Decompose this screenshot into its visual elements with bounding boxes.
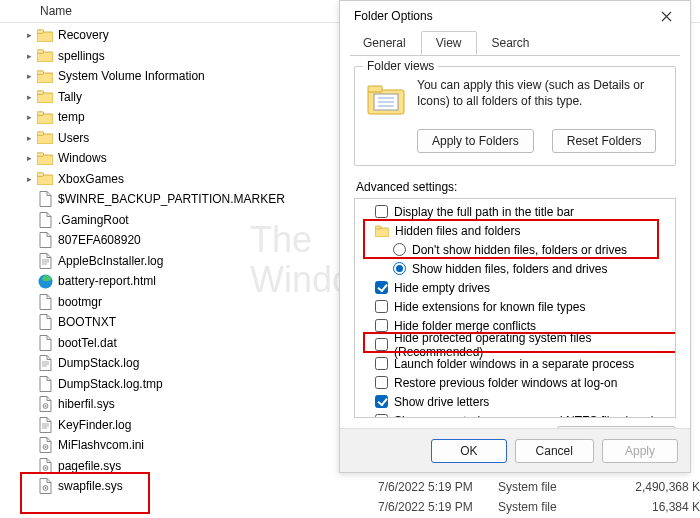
file-name-label: DumpStack.log.tmp bbox=[58, 377, 163, 391]
svg-point-24 bbox=[44, 487, 46, 489]
svg-rect-1 bbox=[37, 30, 44, 34]
opt-restore-prev[interactable]: Restore previous folder windows at log-o… bbox=[359, 373, 671, 392]
dialog-titlebar[interactable]: Folder Options bbox=[340, 1, 690, 31]
file-name-label: .GamingRoot bbox=[58, 213, 129, 227]
file-name-label: temp bbox=[58, 110, 85, 124]
folder-icon bbox=[36, 130, 54, 146]
file-icon bbox=[36, 335, 54, 351]
opt-show-drive-letters[interactable]: Show drive letters bbox=[359, 392, 671, 411]
expander-icon[interactable]: ▸ bbox=[22, 51, 36, 61]
tab-general[interactable]: General bbox=[348, 31, 421, 55]
folder-views-icon bbox=[365, 77, 407, 119]
file-name-label: MiFlashvcom.ini bbox=[58, 438, 144, 452]
folder-views-legend: Folder views bbox=[363, 59, 438, 73]
opt-hide-empty-drives[interactable]: Hide empty drives bbox=[359, 278, 671, 297]
file-name-label: 807EFA608920 bbox=[58, 233, 141, 247]
opt-show-encrypted-colour[interactable]: Show encrypted or compressed NTFS files … bbox=[359, 411, 671, 418]
file-name-label: AppleBcInstaller.log bbox=[58, 254, 163, 268]
file-name-label: Tally bbox=[58, 90, 82, 104]
folder-icon bbox=[36, 68, 54, 84]
dialog-title: Folder Options bbox=[354, 9, 433, 23]
svg-rect-15 bbox=[37, 173, 44, 177]
cancel-button[interactable]: Cancel bbox=[515, 439, 594, 463]
filegear-icon bbox=[36, 458, 54, 474]
file-icon bbox=[36, 232, 54, 248]
file-name-label: hiberfil.sys bbox=[58, 397, 115, 411]
file-name-label: bootmgr bbox=[58, 295, 102, 309]
folder-icon bbox=[36, 48, 54, 64]
opt-show-hidden[interactable]: Show hidden files, folders and drives bbox=[359, 259, 671, 278]
file-name-label: battery-report.html bbox=[58, 274, 156, 288]
file-name-label: spellings bbox=[58, 49, 105, 63]
svg-point-22 bbox=[44, 467, 46, 469]
advanced-settings-label: Advanced settings: bbox=[356, 180, 690, 194]
opt-hide-extensions[interactable]: Hide extensions for known file types bbox=[359, 297, 671, 316]
svg-rect-9 bbox=[37, 112, 44, 116]
opt-launch-separate[interactable]: Launch folder windows in a separate proc… bbox=[359, 354, 671, 373]
opt-dont-show-hidden[interactable]: Don't show hidden files, folders or driv… bbox=[359, 240, 671, 259]
expander-icon[interactable]: ▸ bbox=[22, 174, 36, 184]
file-icon bbox=[36, 294, 54, 310]
filegear-icon bbox=[36, 396, 54, 412]
file-name-label: DumpStack.log bbox=[58, 356, 139, 370]
opt-hidden-files-group[interactable]: Hidden files and folders bbox=[359, 221, 671, 240]
svg-rect-26 bbox=[368, 86, 382, 92]
folder-options-dialog: Folder Options General View Search Folde… bbox=[339, 0, 691, 473]
file-icon bbox=[36, 376, 54, 392]
tab-search[interactable]: Search bbox=[477, 31, 545, 55]
file-name-label: pagefile.sys bbox=[58, 459, 121, 473]
close-button[interactable] bbox=[648, 2, 684, 30]
svg-point-18 bbox=[44, 405, 46, 407]
expander-icon[interactable]: ▸ bbox=[22, 133, 36, 143]
file-name-label: Windows bbox=[58, 151, 107, 165]
svg-rect-3 bbox=[37, 50, 44, 54]
folder-icon bbox=[36, 150, 54, 166]
file-icon bbox=[36, 212, 54, 228]
expander-icon[interactable]: ▸ bbox=[22, 153, 36, 163]
expander-icon[interactable]: ▸ bbox=[22, 71, 36, 81]
details-row: 7/6/2022 5:19 PM System file 16,384 KB bbox=[378, 500, 700, 514]
tab-view[interactable]: View bbox=[421, 31, 477, 55]
folder-icon bbox=[36, 109, 54, 125]
edge-icon bbox=[36, 273, 54, 289]
file-icon bbox=[36, 314, 54, 330]
svg-rect-5 bbox=[37, 71, 44, 75]
svg-rect-29 bbox=[375, 226, 381, 229]
filegear-icon bbox=[36, 437, 54, 453]
filetext-icon bbox=[36, 355, 54, 371]
folder-views-group: Folder views You can apply this view (su… bbox=[354, 66, 676, 166]
file-name-label: swapfile.sys bbox=[58, 479, 123, 493]
file-name-label: XboxGames bbox=[58, 172, 124, 186]
file-name-label: BOOTNXT bbox=[58, 315, 116, 329]
ok-button[interactable]: OK bbox=[431, 439, 506, 463]
opt-display-full-path[interactable]: Display the full path in the title bar bbox=[359, 202, 671, 221]
file-icon bbox=[36, 191, 54, 207]
opt-hide-protected[interactable]: Hide protected operating system files (R… bbox=[359, 335, 671, 354]
close-icon bbox=[661, 11, 672, 22]
svg-rect-11 bbox=[37, 132, 44, 136]
reset-folders-button[interactable]: Reset Folders bbox=[552, 129, 657, 153]
file-name-label: System Volume Information bbox=[58, 69, 205, 83]
advanced-settings-tree[interactable]: Display the full path in the title bar H… bbox=[354, 198, 676, 418]
filegear-icon bbox=[36, 478, 54, 494]
dialog-tabs: General View Search bbox=[340, 31, 690, 55]
filetext-icon bbox=[36, 417, 54, 433]
dialog-footer: OK Cancel Apply bbox=[340, 428, 690, 472]
svg-rect-7 bbox=[37, 91, 44, 95]
expander-icon[interactable]: ▸ bbox=[22, 30, 36, 40]
expander-icon[interactable]: ▸ bbox=[22, 92, 36, 102]
file-name-label: Recovery bbox=[58, 28, 109, 42]
folder-icon bbox=[36, 89, 54, 105]
expander-icon[interactable]: ▸ bbox=[22, 112, 36, 122]
file-name-label: bootTel.dat bbox=[58, 336, 117, 350]
folder-icon bbox=[36, 171, 54, 187]
column-name-header[interactable]: Name bbox=[40, 4, 72, 18]
apply-to-folders-button[interactable]: Apply to Folders bbox=[417, 129, 534, 153]
details-row: 7/6/2022 5:19 PM System file 2,490,368 K… bbox=[378, 480, 700, 494]
filetext-icon bbox=[36, 253, 54, 269]
apply-button[interactable]: Apply bbox=[602, 439, 678, 463]
folder-icon bbox=[36, 27, 54, 43]
svg-point-20 bbox=[44, 446, 46, 448]
folder-icon bbox=[375, 225, 389, 237]
folder-views-text: You can apply this view (such as Details… bbox=[417, 77, 665, 119]
